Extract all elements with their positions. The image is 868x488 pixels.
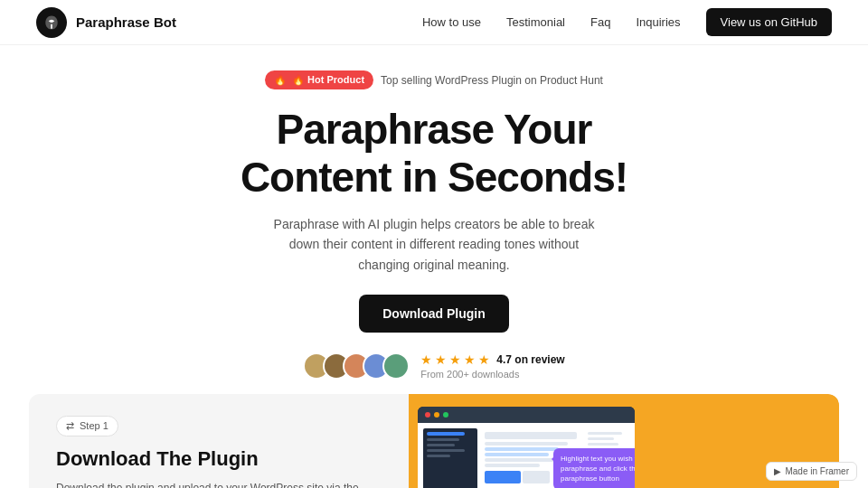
nav-testimonial[interactable]: Testimonial <box>506 15 565 29</box>
arrows-icon: ⇄ <box>66 420 74 432</box>
ratings-group: ★ ★ ★ ★ ★ 4.7 on review From 200+ downlo… <box>420 352 564 380</box>
badge-row: 🔥 🔥 Hot Product Top selling WordPress Pl… <box>265 70 603 89</box>
maximize-dot <box>443 412 448 418</box>
badge-subtext: Top selling WordPress Plugin on Product … <box>381 74 603 87</box>
nav-how-to-use[interactable]: How to use <box>422 15 481 29</box>
close-dot <box>425 412 430 418</box>
browser-mockup: Highlight text you wish to paraphrase an… <box>418 407 635 488</box>
social-proof: ★ ★ ★ ★ ★ 4.7 on review From 200+ downlo… <box>303 352 564 380</box>
step-badge: ⇄ Step 1 <box>56 416 118 436</box>
star-3-icon: ★ <box>449 352 461 367</box>
brand-logo-icon <box>36 7 67 38</box>
framer-icon: ▶ <box>774 466 781 476</box>
browser-content: Highlight text you wish to paraphrase an… <box>418 423 635 488</box>
step-content: ⇄ Step 1 Download The Plugin Download th… <box>29 394 409 488</box>
brand-name: Paraphrase Bot <box>76 14 176 30</box>
avatar-group <box>303 352 410 380</box>
minimize-dot <box>434 412 439 418</box>
hero-subtitle: Paraphrase with AI plugin helps creators… <box>262 214 606 275</box>
browser-bar <box>418 407 635 423</box>
avatar <box>382 352 410 380</box>
download-count: From 200+ downloads <box>420 369 519 380</box>
step-description: Download the plugin and upload to your W… <box>56 480 382 488</box>
framer-badge: ▶ Made in Framer <box>766 462 857 481</box>
bottom-section: ⇄ Step 1 Download The Plugin Download th… <box>29 394 839 488</box>
nav-links: How to use Testimonial Faq Inquiries Vie… <box>422 8 832 36</box>
hero-title: Paraphrase Your Content in Seconds! <box>241 106 627 202</box>
star-half-icon: ★ <box>478 352 490 367</box>
tooltip-box: Highlight text you wish to paraphrase an… <box>553 448 635 488</box>
star-1-icon: ★ <box>420 352 432 367</box>
step-title: Download The Plugin <box>56 447 382 471</box>
rating-score: 4.7 on review <box>496 353 564 366</box>
download-plugin-button[interactable]: Download Plugin <box>359 295 509 333</box>
nav-faq[interactable]: Faq <box>590 15 610 29</box>
fire-icon: 🔥 <box>274 74 287 86</box>
hot-product-badge: 🔥 🔥 Hot Product <box>265 70 373 89</box>
hero-section: 🔥 🔥 Hot Product Top selling WordPress Pl… <box>0 45 868 394</box>
star-4-icon: ★ <box>464 352 476 367</box>
nav-inquiries[interactable]: Inquiries <box>636 15 680 29</box>
github-button[interactable]: View us on GitHub <box>706 8 832 36</box>
brand: Paraphrase Bot <box>36 7 176 38</box>
stars-row: ★ ★ ★ ★ ★ 4.7 on review <box>420 352 564 367</box>
star-2-icon: ★ <box>435 352 447 367</box>
navbar: Paraphrase Bot How to use Testimonial Fa… <box>0 0 868 45</box>
